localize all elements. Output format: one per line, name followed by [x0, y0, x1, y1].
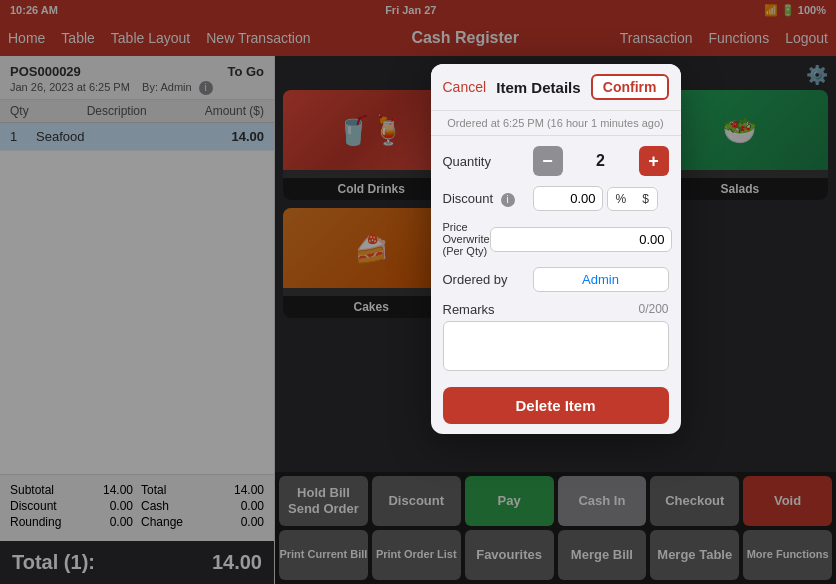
- modal-body: Quantity − 2 + Discount i % $: [431, 136, 681, 434]
- modal-overlay: Cancel Item Details Confirm Ordered at 6…: [0, 0, 836, 584]
- ordered-by-label: Ordered by: [443, 272, 533, 287]
- quantity-label: Quantity: [443, 154, 533, 169]
- discount-modal-label: Discount i: [443, 191, 533, 207]
- discount-input[interactable]: [533, 186, 603, 211]
- remarks-count: 0/200: [638, 302, 668, 317]
- remarks-section: Remarks 0/200: [443, 302, 669, 375]
- item-details-modal: Cancel Item Details Confirm Ordered at 6…: [431, 64, 681, 434]
- discount-dollar-button[interactable]: $: [634, 188, 657, 210]
- price-overwrite-input[interactable]: [490, 227, 672, 252]
- modal-header: Cancel Item Details Confirm: [431, 64, 681, 111]
- modal-cancel-button[interactable]: Cancel: [443, 79, 487, 95]
- discount-toggle: % $: [607, 187, 658, 211]
- modal-title: Item Details: [496, 79, 580, 96]
- remarks-textarea[interactable]: [443, 321, 669, 371]
- price-overwrite-row: Price Overwrite (Per Qty): [443, 221, 669, 257]
- delete-item-button[interactable]: Delete Item: [443, 387, 669, 424]
- quantity-row: Quantity − 2 +: [443, 146, 669, 176]
- ordered-by-value: Admin: [533, 267, 669, 292]
- ordered-by-row: Ordered by Admin: [443, 267, 669, 292]
- quantity-control: − 2 +: [533, 146, 669, 176]
- quantity-value: 2: [563, 152, 639, 170]
- discount-modal-row: Discount i % $: [443, 186, 669, 211]
- discount-control: % $: [533, 186, 669, 211]
- remarks-label: Remarks: [443, 302, 495, 317]
- modal-subtitle: Ordered at 6:25 PM (16 hour 1 minutes ag…: [431, 111, 681, 136]
- quantity-decrease-button[interactable]: −: [533, 146, 563, 176]
- discount-percent-button[interactable]: %: [608, 188, 635, 210]
- price-overwrite-label: Price Overwrite (Per Qty): [443, 221, 490, 257]
- discount-info-icon: i: [501, 193, 515, 207]
- modal-confirm-button[interactable]: Confirm: [591, 74, 669, 100]
- quantity-increase-button[interactable]: +: [639, 146, 669, 176]
- remarks-header: Remarks 0/200: [443, 302, 669, 317]
